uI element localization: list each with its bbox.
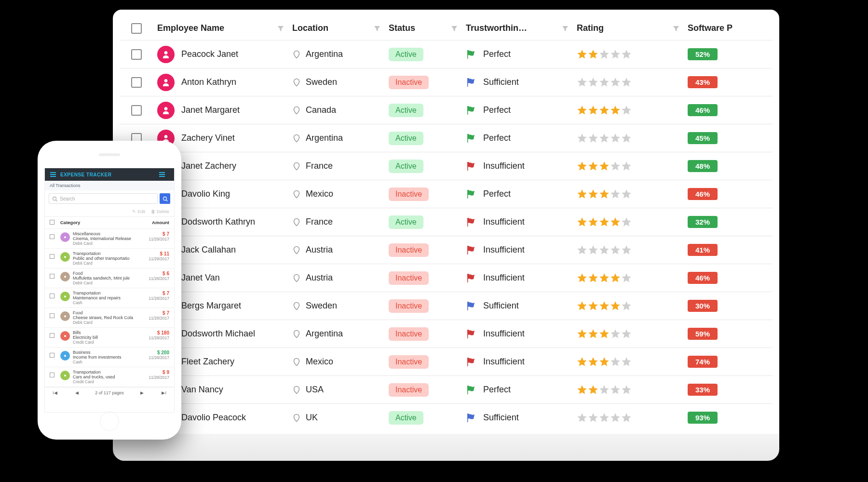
search-input[interactable]: Search [49, 193, 158, 204]
star-icon[interactable] [610, 413, 621, 423]
star-icon[interactable] [577, 357, 587, 367]
star-icon[interactable] [599, 357, 610, 367]
star-icon[interactable] [588, 329, 598, 339]
star-icon[interactable] [610, 217, 621, 228]
filter-icon[interactable] [450, 25, 458, 32]
star-icon[interactable] [599, 49, 610, 60]
star-icon[interactable] [588, 217, 598, 228]
star-icon[interactable] [577, 77, 587, 88]
transaction-row[interactable]: ● Transportation Maintenance and repairs… [45, 288, 174, 308]
star-icon[interactable] [599, 301, 610, 311]
row-checkbox[interactable] [50, 294, 54, 298]
star-icon[interactable] [621, 105, 632, 116]
star-icon[interactable] [577, 217, 587, 228]
star-icon[interactable] [599, 105, 610, 116]
grid-row[interactable]: Jack CallahanAustriaInactiveInsufficient… [120, 236, 773, 264]
row-checkbox[interactable] [50, 274, 54, 279]
col-header-status[interactable]: Status [389, 23, 415, 33]
filter-icon[interactable] [672, 25, 680, 32]
grid-row[interactable]: Davolio PeacockUKActiveSufficient93% [120, 404, 773, 432]
star-icon[interactable] [621, 245, 632, 255]
star-icon[interactable] [610, 385, 621, 395]
transaction-row[interactable]: ● Food Cheese straws, Red Rock Cola Debi… [45, 308, 174, 328]
star-icon[interactable] [577, 273, 587, 283]
col-header-category[interactable]: Category [60, 220, 142, 226]
star-icon[interactable] [577, 133, 587, 144]
star-icon[interactable] [577, 189, 587, 200]
row-checkbox[interactable] [50, 254, 54, 259]
col-header-amount[interactable]: Amount [142, 220, 169, 226]
rating-stars[interactable] [577, 217, 632, 228]
grid-row[interactable]: Janet VanAustriaInactiveInsufficient46% [120, 264, 773, 292]
rating-stars[interactable] [577, 105, 632, 116]
star-icon[interactable] [621, 301, 632, 311]
grid-row[interactable]: Janet ZacheryFranceActiveInsufficient48% [120, 152, 773, 180]
grid-row[interactable]: Janet MargaretCanadaActivePerfect46% [120, 96, 773, 124]
star-icon[interactable] [599, 133, 610, 144]
rating-stars[interactable] [577, 413, 632, 423]
star-icon[interactable] [577, 161, 587, 172]
star-icon[interactable] [577, 245, 587, 255]
transaction-row[interactable]: ● Transportation Cars and trucks, used C… [45, 367, 174, 387]
star-icon[interactable] [610, 329, 621, 339]
star-icon[interactable] [588, 77, 598, 88]
star-icon[interactable] [577, 385, 587, 395]
rating-stars[interactable] [577, 357, 632, 367]
header-checkbox[interactable] [50, 220, 54, 225]
star-icon[interactable] [610, 245, 621, 255]
star-icon[interactable] [610, 189, 621, 200]
col-header-software[interactable]: Software P [688, 23, 732, 33]
star-icon[interactable] [588, 357, 598, 367]
grid-row[interactable]: Fleet ZacheryMexicoInactiveInsufficient7… [120, 348, 773, 376]
search-button[interactable] [160, 193, 170, 204]
rating-stars[interactable] [577, 273, 632, 283]
pager-prev[interactable]: ◀ [73, 390, 81, 395]
star-icon[interactable] [621, 133, 632, 144]
star-icon[interactable] [588, 189, 598, 200]
star-icon[interactable] [599, 329, 610, 339]
transaction-row[interactable]: ● Bills Electricity bill Credit Card $ 1… [45, 328, 174, 348]
star-icon[interactable] [621, 217, 632, 228]
grid-row[interactable]: Dodsworth KathrynFranceActiveInsufficien… [120, 208, 773, 236]
rating-stars[interactable] [577, 301, 632, 311]
col-header-location[interactable]: Location [292, 23, 328, 33]
star-icon[interactable] [610, 357, 621, 367]
star-icon[interactable] [577, 105, 587, 116]
transaction-row[interactable]: ● Food Muffuletta sandwich, Mint jule De… [45, 268, 174, 288]
rating-stars[interactable] [577, 245, 632, 255]
row-checkbox[interactable] [50, 313, 54, 318]
transaction-row[interactable]: ● Business Income from investments Cash … [45, 348, 174, 367]
rating-stars[interactable] [577, 49, 632, 60]
star-icon[interactable] [588, 161, 598, 172]
star-icon[interactable] [621, 329, 632, 339]
star-icon[interactable] [599, 217, 610, 228]
row-checkbox[interactable] [50, 333, 54, 338]
star-icon[interactable] [621, 161, 632, 172]
delete-button[interactable]: 🗑 Delete [151, 209, 169, 214]
star-icon[interactable] [599, 161, 610, 172]
star-icon[interactable] [621, 49, 632, 60]
row-checkbox[interactable] [50, 353, 54, 358]
pager-next[interactable]: ▶ [138, 390, 146, 395]
star-icon[interactable] [610, 77, 621, 88]
grid-row[interactable]: Davolio KingMexicoInactivePerfect46% [120, 180, 773, 208]
rating-stars[interactable] [577, 133, 632, 144]
star-icon[interactable] [588, 133, 598, 144]
transaction-row[interactable]: ● Miscellaneous Cinema, International Re… [45, 229, 174, 249]
star-icon[interactable] [599, 413, 610, 423]
star-icon[interactable] [588, 105, 598, 116]
star-icon[interactable] [599, 189, 610, 200]
star-icon[interactable] [588, 273, 598, 283]
rating-stars[interactable] [577, 329, 632, 339]
rating-stars[interactable] [577, 189, 632, 200]
star-icon[interactable] [610, 161, 621, 172]
star-icon[interactable] [577, 49, 587, 60]
star-icon[interactable] [621, 357, 632, 367]
filter-icon[interactable] [561, 25, 569, 32]
rating-stars[interactable] [577, 385, 632, 395]
pager-last[interactable]: ▶I [160, 390, 168, 395]
row-checkbox[interactable] [131, 49, 142, 60]
star-icon[interactable] [610, 273, 621, 283]
row-checkbox[interactable] [50, 373, 54, 377]
star-icon[interactable] [599, 273, 610, 283]
